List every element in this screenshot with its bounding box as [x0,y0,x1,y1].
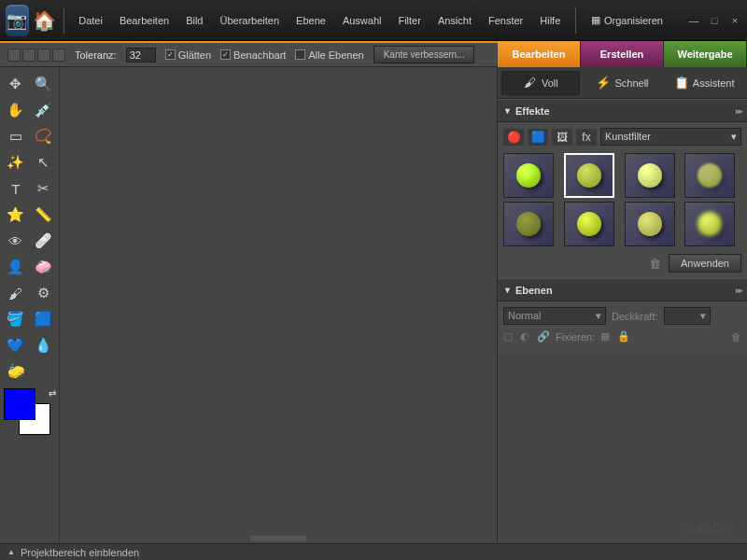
lock-all-icon[interactable]: 🔒 [617,330,630,343]
minimize-button[interactable]: — [687,15,700,26]
quick-icon: ⚡ [596,76,611,91]
cookie-cutter-tool[interactable]: ⭐ [4,203,28,226]
effect-thumb[interactable] [684,153,735,198]
shape-tool[interactable]: 💙 [4,334,28,357]
quick-select-tool[interactable]: ↖ [32,151,56,174]
brush-tool[interactable]: 🖌 [4,282,28,304]
contiguous-label: Benachbart [233,49,286,61]
mode-quick[interactable]: ⚡Schnell [584,71,662,95]
effect-thumbnails [503,153,741,246]
menu-file[interactable]: Datei [71,9,110,32]
organize-button[interactable]: ▦ Organisieren [584,10,670,30]
photo-effects-icon[interactable]: 🖼 [552,129,572,146]
menu-image[interactable]: Bild [178,9,210,32]
lasso-tool[interactable]: 📿 [32,125,56,147]
straighten-tool[interactable]: 📏 [32,203,56,226]
delete-layer-icon[interactable]: 🗑 [731,331,741,343]
apply-button[interactable]: Anwenden [669,254,741,273]
filters-icon[interactable]: 🔴 [503,129,524,146]
swap-colors-icon[interactable]: ⇄ [49,388,56,399]
sponge-tool[interactable]: 🧽 [4,360,28,383]
chevron-down-icon: ▾ [731,131,737,143]
link-layers-icon[interactable]: 🔗 [537,330,550,343]
zoom-tool[interactable]: 🔍 [32,73,56,95]
organize-label: Organisieren [604,15,663,26]
horizontal-scrollbar[interactable] [250,536,306,541]
selection-subtract-icon[interactable] [37,49,50,62]
mode-full[interactable]: 🖌Voll [501,71,580,95]
smooth-checkbox[interactable]: ✓Glätten [165,49,211,61]
full-icon: 🖌 [523,76,538,91]
healing-tool[interactable]: 🩹 [32,230,56,252]
contiguous-checkbox[interactable]: ✓Benachbart [220,49,286,61]
menu-edit[interactable]: Bearbeiten [112,9,176,32]
type-tool[interactable]: T [4,177,28,200]
gradient-tool[interactable]: 🟦 [32,308,56,330]
new-layer-icon[interactable]: ▢ [503,330,513,343]
foreground-swatch[interactable] [4,388,35,420]
effect-thumb[interactable] [625,153,675,198]
marquee-tool[interactable]: ▭ [4,125,28,147]
paint-bucket-tool[interactable]: 🪣 [4,308,28,330]
menu-layer[interactable]: Ebene [289,9,333,32]
opacity-select[interactable]: ▾ [664,307,711,325]
canvas-area[interactable]: ScanDig [60,67,497,543]
blend-mode-label: Normal [508,310,541,322]
tab-edit[interactable]: Bearbeiten [498,41,581,67]
layer-styles-icon[interactable]: 🟦 [528,129,548,146]
tab-create[interactable]: Erstellen [581,41,664,67]
lock-label: Fixieren: [556,331,595,343]
home-icon[interactable]: 🏠 [33,5,56,36]
effect-thumb[interactable] [564,202,614,246]
effect-thumb[interactable] [503,202,554,246]
panel-menu-icon[interactable]: ▸▸ [736,286,741,295]
layers-header[interactable]: ▼ Ebenen ▸▸ [498,279,747,301]
clone-tool[interactable]: 👤 [4,256,28,278]
eyedropper-tool[interactable]: 💉 [32,99,56,121]
menu-select[interactable]: Auswahl [335,9,389,32]
all-layers-label: Alle Ebenen [308,49,363,61]
adjustment-layer-icon[interactable]: ◐ [520,330,529,343]
magic-wand-tool[interactable]: ✨ [4,151,28,174]
smart-brush-tool[interactable]: ⚙ [32,282,56,304]
menu-filter[interactable]: Filter [390,9,428,32]
blur-tool[interactable]: 💧 [32,334,56,357]
all-effects-icon[interactable]: fx [576,129,597,146]
lock-transparency-icon[interactable]: ▦ [600,330,610,343]
redeye-tool[interactable]: 👁 [4,230,28,252]
expand-icon[interactable]: ▲ [7,548,15,556]
menu-window[interactable]: Fenster [481,9,530,32]
mode-guided[interactable]: 📋Assistent [665,71,743,95]
blend-mode-select[interactable]: Normal▾ [503,307,606,325]
tab-share[interactable]: Weitergabe [664,41,747,67]
grid-icon: ▦ [591,14,600,26]
color-swatches[interactable]: ⇄ [4,388,50,435]
menu-enhance[interactable]: Überarbeiten [212,9,287,32]
menu-view[interactable]: Ansicht [430,9,479,32]
statusbar: ▲ Projektbereich einblenden [0,543,747,560]
effect-thumb[interactable] [684,202,735,246]
close-button[interactable]: × [728,15,741,26]
menu-help[interactable]: Hilfe [532,9,568,32]
tolerance-input[interactable] [126,48,156,63]
window-controls: — □ × [687,15,741,26]
effects-header[interactable]: ▼ Effekte ▸▸ [498,100,747,122]
effects-filter-select[interactable]: Kunstfilter▾ [600,128,741,146]
crop-tool[interactable]: ✂ [32,177,56,200]
selection-add-icon[interactable] [22,49,35,62]
selection-intersect-icon[interactable] [52,49,65,62]
refine-edge-button[interactable]: Kante verbessern... [374,46,475,63]
panel-menu-icon[interactable]: ▸▸ [736,106,741,116]
effect-thumb[interactable] [564,153,614,198]
app-logo-icon: 📷 [6,5,29,36]
maximize-button[interactable]: □ [708,15,721,26]
effect-thumb[interactable] [625,202,675,246]
selection-new-icon[interactable] [7,49,21,62]
project-bin-toggle[interactable]: Projektbereich einblenden [21,547,139,558]
all-layers-checkbox[interactable]: Alle Ebenen [295,49,363,61]
move-tool[interactable]: ✥ [4,73,28,95]
effect-thumb[interactable] [503,153,554,198]
trash-icon[interactable]: 🗑 [649,257,661,271]
hand-tool[interactable]: ✋ [4,99,28,121]
eraser-tool[interactable]: 🧼 [32,256,56,278]
